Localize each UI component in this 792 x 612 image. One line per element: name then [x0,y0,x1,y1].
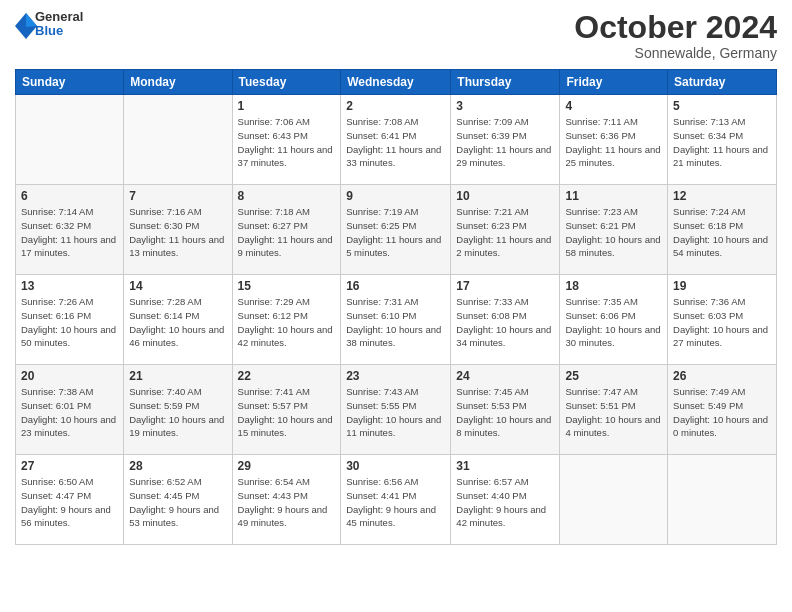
weekday-header-thursday: Thursday [451,70,560,95]
calendar-cell-w3d5: 25Sunrise: 7:47 AMSunset: 5:51 PMDayligh… [560,365,668,455]
weekday-header-tuesday: Tuesday [232,70,341,95]
calendar-cell-w4d2: 29Sunrise: 6:54 AMSunset: 4:43 PMDayligh… [232,455,341,545]
calendar-cell-w4d6 [668,455,777,545]
day-info: Sunrise: 7:14 AMSunset: 6:32 PMDaylight:… [21,205,118,260]
calendar-cell-w3d3: 23Sunrise: 7:43 AMSunset: 5:55 PMDayligh… [341,365,451,455]
day-number: 9 [346,189,445,203]
day-number: 19 [673,279,771,293]
day-info: Sunrise: 7:40 AMSunset: 5:59 PMDaylight:… [129,385,226,440]
day-info: Sunrise: 7:31 AMSunset: 6:10 PMDaylight:… [346,295,445,350]
calendar-cell-w2d6: 19Sunrise: 7:36 AMSunset: 6:03 PMDayligh… [668,275,777,365]
day-info: Sunrise: 6:52 AMSunset: 4:45 PMDaylight:… [129,475,226,530]
day-number: 22 [238,369,336,383]
header: General Blue October 2024 Sonnewalde, Ge… [15,10,777,61]
logo: General Blue [15,10,83,39]
day-number: 6 [21,189,118,203]
calendar-cell-w2d0: 13Sunrise: 7:26 AMSunset: 6:16 PMDayligh… [16,275,124,365]
calendar-cell-w2d3: 16Sunrise: 7:31 AMSunset: 6:10 PMDayligh… [341,275,451,365]
day-info: Sunrise: 7:13 AMSunset: 6:34 PMDaylight:… [673,115,771,170]
calendar-cell-w4d1: 28Sunrise: 6:52 AMSunset: 4:45 PMDayligh… [124,455,232,545]
day-number: 17 [456,279,554,293]
day-number: 24 [456,369,554,383]
day-info: Sunrise: 7:38 AMSunset: 6:01 PMDaylight:… [21,385,118,440]
weekday-header-monday: Monday [124,70,232,95]
day-info: Sunrise: 7:08 AMSunset: 6:41 PMDaylight:… [346,115,445,170]
day-number: 29 [238,459,336,473]
day-number: 18 [565,279,662,293]
day-number: 3 [456,99,554,113]
day-info: Sunrise: 6:54 AMSunset: 4:43 PMDaylight:… [238,475,336,530]
day-info: Sunrise: 6:56 AMSunset: 4:41 PMDaylight:… [346,475,445,530]
calendar-cell-w1d4: 10Sunrise: 7:21 AMSunset: 6:23 PMDayligh… [451,185,560,275]
calendar-cell-w0d1 [124,95,232,185]
day-info: Sunrise: 7:29 AMSunset: 6:12 PMDaylight:… [238,295,336,350]
day-info: Sunrise: 7:41 AMSunset: 5:57 PMDaylight:… [238,385,336,440]
calendar-cell-w0d2: 1Sunrise: 7:06 AMSunset: 6:43 PMDaylight… [232,95,341,185]
logo-general: General [35,10,83,24]
week-row-3: 20Sunrise: 7:38 AMSunset: 6:01 PMDayligh… [16,365,777,455]
day-info: Sunrise: 7:33 AMSunset: 6:08 PMDaylight:… [456,295,554,350]
week-row-2: 13Sunrise: 7:26 AMSunset: 6:16 PMDayligh… [16,275,777,365]
day-info: Sunrise: 7:47 AMSunset: 5:51 PMDaylight:… [565,385,662,440]
calendar-cell-w0d3: 2Sunrise: 7:08 AMSunset: 6:41 PMDaylight… [341,95,451,185]
day-info: Sunrise: 7:18 AMSunset: 6:27 PMDaylight:… [238,205,336,260]
day-info: Sunrise: 7:21 AMSunset: 6:23 PMDaylight:… [456,205,554,260]
day-number: 31 [456,459,554,473]
day-number: 11 [565,189,662,203]
calendar-cell-w4d0: 27Sunrise: 6:50 AMSunset: 4:47 PMDayligh… [16,455,124,545]
day-info: Sunrise: 7:16 AMSunset: 6:30 PMDaylight:… [129,205,226,260]
day-number: 4 [565,99,662,113]
day-number: 30 [346,459,445,473]
calendar-cell-w3d2: 22Sunrise: 7:41 AMSunset: 5:57 PMDayligh… [232,365,341,455]
day-info: Sunrise: 7:49 AMSunset: 5:49 PMDaylight:… [673,385,771,440]
weekday-header-friday: Friday [560,70,668,95]
day-number: 14 [129,279,226,293]
weekday-header-saturday: Saturday [668,70,777,95]
calendar-cell-w0d0 [16,95,124,185]
day-number: 21 [129,369,226,383]
day-number: 5 [673,99,771,113]
calendar-cell-w4d5 [560,455,668,545]
day-info: Sunrise: 7:24 AMSunset: 6:18 PMDaylight:… [673,205,771,260]
calendar-cell-w1d0: 6Sunrise: 7:14 AMSunset: 6:32 PMDaylight… [16,185,124,275]
logo-text: General Blue [35,10,83,39]
calendar-cell-w1d2: 8Sunrise: 7:18 AMSunset: 6:27 PMDaylight… [232,185,341,275]
week-row-4: 27Sunrise: 6:50 AMSunset: 4:47 PMDayligh… [16,455,777,545]
day-number: 15 [238,279,336,293]
day-number: 25 [565,369,662,383]
day-info: Sunrise: 7:06 AMSunset: 6:43 PMDaylight:… [238,115,336,170]
calendar-cell-w3d6: 26Sunrise: 7:49 AMSunset: 5:49 PMDayligh… [668,365,777,455]
weekday-header-wednesday: Wednesday [341,70,451,95]
calendar-cell-w4d4: 31Sunrise: 6:57 AMSunset: 4:40 PMDayligh… [451,455,560,545]
calendar-cell-w0d4: 3Sunrise: 7:09 AMSunset: 6:39 PMDaylight… [451,95,560,185]
svg-marker-1 [26,13,37,27]
week-row-1: 6Sunrise: 7:14 AMSunset: 6:32 PMDaylight… [16,185,777,275]
day-info: Sunrise: 7:19 AMSunset: 6:25 PMDaylight:… [346,205,445,260]
day-number: 8 [238,189,336,203]
calendar-cell-w2d2: 15Sunrise: 7:29 AMSunset: 6:12 PMDayligh… [232,275,341,365]
title-area: October 2024 Sonnewalde, Germany [574,10,777,61]
day-number: 26 [673,369,771,383]
week-row-0: 1Sunrise: 7:06 AMSunset: 6:43 PMDaylight… [16,95,777,185]
day-number: 1 [238,99,336,113]
day-number: 12 [673,189,771,203]
day-info: Sunrise: 7:09 AMSunset: 6:39 PMDaylight:… [456,115,554,170]
day-number: 27 [21,459,118,473]
calendar-cell-w1d1: 7Sunrise: 7:16 AMSunset: 6:30 PMDaylight… [124,185,232,275]
calendar-cell-w1d6: 12Sunrise: 7:24 AMSunset: 6:18 PMDayligh… [668,185,777,275]
weekday-header-row: SundayMondayTuesdayWednesdayThursdayFrid… [16,70,777,95]
calendar-cell-w1d5: 11Sunrise: 7:23 AMSunset: 6:21 PMDayligh… [560,185,668,275]
calendar-cell-w4d3: 30Sunrise: 6:56 AMSunset: 4:41 PMDayligh… [341,455,451,545]
day-number: 20 [21,369,118,383]
day-info: Sunrise: 7:43 AMSunset: 5:55 PMDaylight:… [346,385,445,440]
calendar-cell-w3d1: 21Sunrise: 7:40 AMSunset: 5:59 PMDayligh… [124,365,232,455]
weekday-header-sunday: Sunday [16,70,124,95]
page: General Blue October 2024 Sonnewalde, Ge… [0,0,792,612]
calendar-cell-w2d5: 18Sunrise: 7:35 AMSunset: 6:06 PMDayligh… [560,275,668,365]
day-info: Sunrise: 7:28 AMSunset: 6:14 PMDaylight:… [129,295,226,350]
calendar-cell-w0d5: 4Sunrise: 7:11 AMSunset: 6:36 PMDaylight… [560,95,668,185]
calendar-cell-w2d1: 14Sunrise: 7:28 AMSunset: 6:14 PMDayligh… [124,275,232,365]
calendar-cell-w2d4: 17Sunrise: 7:33 AMSunset: 6:08 PMDayligh… [451,275,560,365]
day-info: Sunrise: 7:45 AMSunset: 5:53 PMDaylight:… [456,385,554,440]
calendar: SundayMondayTuesdayWednesdayThursdayFrid… [15,69,777,545]
